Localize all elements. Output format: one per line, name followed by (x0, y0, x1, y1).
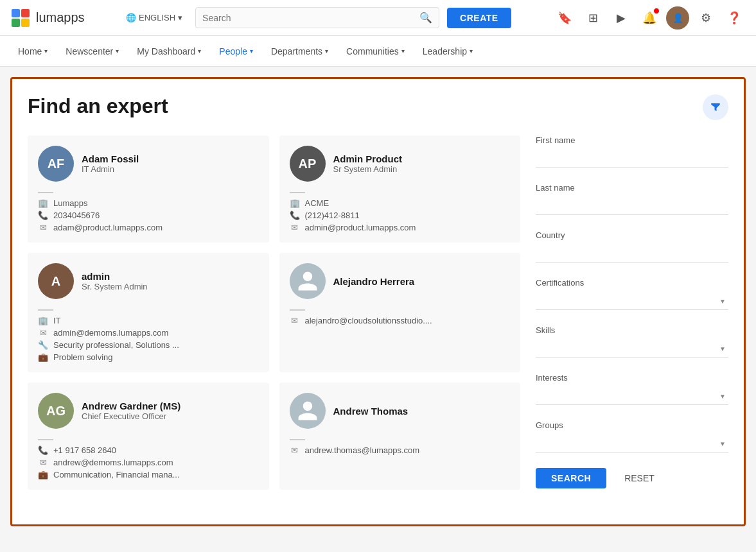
nav-item-leadership[interactable]: Leadership ▾ (415, 42, 480, 60)
language-selector[interactable]: 🌐 ENGLISH ▾ (121, 10, 188, 25)
logo-icon (10, 8, 31, 28)
nav-item-communities[interactable]: Communities ▾ (338, 42, 412, 60)
person-top: AF Adam Fossil IT Admin (38, 146, 259, 182)
help-icon: ❓ (727, 11, 741, 25)
filter-button[interactable] (703, 94, 728, 120)
header-icons: 🔖 ⊞ ▶ 🔔 👤 ⚙ ❓ (553, 6, 746, 30)
person-company-row: 🏢 Lumapps (38, 198, 259, 208)
people-grid: AF Adam Fossil IT Admin 🏢 Lumapps 📞 2034… (28, 135, 520, 490)
filter-select-certifications[interactable] (536, 291, 728, 310)
play-icon-button[interactable]: ▶ (610, 6, 633, 30)
person-divider (290, 309, 305, 311)
nav-item-home[interactable]: Home ▾ (10, 42, 55, 60)
svg-rect-2 (12, 19, 20, 27)
chevron-down-icon: ▾ (44, 47, 48, 55)
filter-select-wrapper-groups (536, 434, 728, 453)
chevron-down-icon: ▾ (250, 47, 253, 55)
filter-select-skills[interactable] (536, 339, 728, 358)
person-skills: Security professional, Solutions ... (53, 340, 179, 350)
person-card[interactable]: Andrew Thomas ✉ andrew.thomas@lumapps.co… (279, 383, 521, 490)
search-button[interactable]: 🔍 (419, 12, 432, 24)
person-divider (38, 309, 53, 311)
person-name: Admin Product (333, 153, 403, 164)
person-name: admin (82, 271, 148, 282)
filter-label-skills: Skills (536, 325, 728, 335)
nav-item-people[interactable]: People ▾ (211, 42, 261, 60)
person-title: Chief Executive Officer (82, 411, 180, 421)
create-button[interactable]: CREATE (447, 8, 511, 28)
person-card[interactable]: Alejandro Herrera ✉ alejandro@cloudsolut… (279, 253, 521, 372)
reset-button[interactable]: RESET (614, 468, 665, 488)
search-input[interactable] (202, 13, 419, 23)
person-email-row: ✉ alejandro@cloudsolutionsstudio.... (290, 316, 511, 325)
settings-button[interactable]: ⚙ (694, 6, 717, 30)
person-info: Andrew Gardner (MS) Chief Executive Offi… (82, 401, 180, 421)
filter-select-interests[interactable] (536, 386, 728, 405)
person-interests: Problem solving (53, 352, 113, 362)
person-card[interactable]: A admin Sr. System Admin 🏢 IT ✉ admin@de… (28, 253, 269, 372)
person-top: Alejandro Herrera (290, 263, 511, 299)
person-skills-row: 🔧 Security professional, Solutions ... (38, 340, 259, 350)
logo-text: lumapps (36, 10, 85, 25)
nav-item-dashboard[interactable]: My Dashboard ▾ (129, 42, 209, 60)
notification-button[interactable]: 🔔 (638, 6, 661, 30)
avatar: AG (38, 393, 74, 429)
email-icon: ✉ (38, 328, 48, 338)
grid-icon-button[interactable]: ⊞ (581, 6, 604, 30)
person-details: ✉ alejandro@cloudsolutionsstudio.... (290, 316, 511, 325)
person-phone: +1 917 658 2640 (53, 445, 116, 455)
bookmark-icon-button[interactable]: 🔖 (553, 6, 576, 30)
person-details: ✉ andrew.thomas@lumapps.com (290, 445, 511, 455)
nav-item-departments[interactable]: Departments ▾ (263, 42, 336, 60)
briefcase-icon: 💼 (38, 470, 48, 479)
person-top: A admin Sr. System Admin (38, 263, 259, 299)
person-info: Adam Fossil IT Admin (82, 153, 139, 174)
filter-label-interests: Interests (536, 373, 728, 383)
person-card[interactable]: AG Andrew Gardner (MS) Chief Executive O… (28, 383, 269, 490)
person-phone: 2034045676 (53, 211, 100, 220)
filter-icon (710, 101, 721, 113)
filter-input-first-name[interactable] (536, 149, 728, 168)
lang-chevron-icon: ▾ (178, 13, 182, 22)
filter-label-first-name: First name (536, 135, 728, 145)
nav: Home ▾ Newscenter ▾ My Dashboard ▾ Peopl… (0, 36, 756, 67)
nav-label-dashboard: My Dashboard (137, 46, 195, 56)
chevron-down-icon: ▾ (198, 47, 201, 55)
person-email: admin@demoms.lumapps.com (53, 328, 168, 338)
avatar: AF (38, 146, 74, 182)
person-placeholder-icon (296, 399, 319, 422)
person-email-row: ✉ admin@demoms.lumapps.com (38, 328, 259, 338)
person-phone-row: 📞 +1 917 658 2640 (38, 445, 259, 455)
avatar (290, 393, 326, 429)
translate-icon: 🌐 (126, 13, 136, 22)
briefcase-icon: 💼 (38, 352, 48, 362)
person-card[interactable]: AF Adam Fossil IT Admin 🏢 Lumapps 📞 2034… (28, 135, 269, 243)
person-card[interactable]: AP Admin Product Sr System Admin 🏢 ACME … (279, 135, 521, 243)
person-info: admin Sr. System Admin (82, 271, 148, 291)
gear-icon: ⚙ (701, 11, 711, 25)
nav-item-newscenter[interactable]: Newscenter ▾ (58, 42, 127, 60)
filter-select-groups[interactable] (536, 434, 728, 453)
person-phone-row: 📞 2034045676 (38, 211, 259, 220)
filter-field-groups: Groups (536, 420, 728, 453)
person-phone-row: 📞 (212)412-8811 (290, 211, 511, 220)
building-icon: 🏢 (38, 198, 48, 208)
filter-input-last-name[interactable] (536, 196, 728, 215)
person-name: Alejandro Herrera (333, 276, 415, 287)
person-info: Alejandro Herrera (333, 276, 415, 287)
person-email-row: ✉ andrew@demoms.lumapps.com (38, 458, 259, 467)
person-email-row: ✉ adam@product.lumapps.com (38, 223, 259, 232)
user-avatar[interactable]: 👤 (666, 6, 689, 30)
filter-label-country: Country (536, 230, 728, 240)
nav-label-newscenter: Newscenter (66, 46, 113, 56)
person-email: andrew@demoms.lumapps.com (53, 458, 173, 467)
person-interests-row: 💼 Communication, Financial mana... (38, 470, 259, 479)
help-button[interactable]: ❓ (723, 6, 746, 30)
person-title: IT Admin (82, 164, 139, 174)
phone-icon: 📞 (38, 445, 48, 455)
filter-input-country[interactable] (536, 244, 728, 263)
search-submit-button[interactable]: SEARCH (536, 468, 606, 488)
nav-label-communities: Communities (346, 46, 399, 56)
building-icon: 🏢 (38, 316, 48, 325)
person-top: AG Andrew Gardner (MS) Chief Executive O… (38, 393, 259, 429)
